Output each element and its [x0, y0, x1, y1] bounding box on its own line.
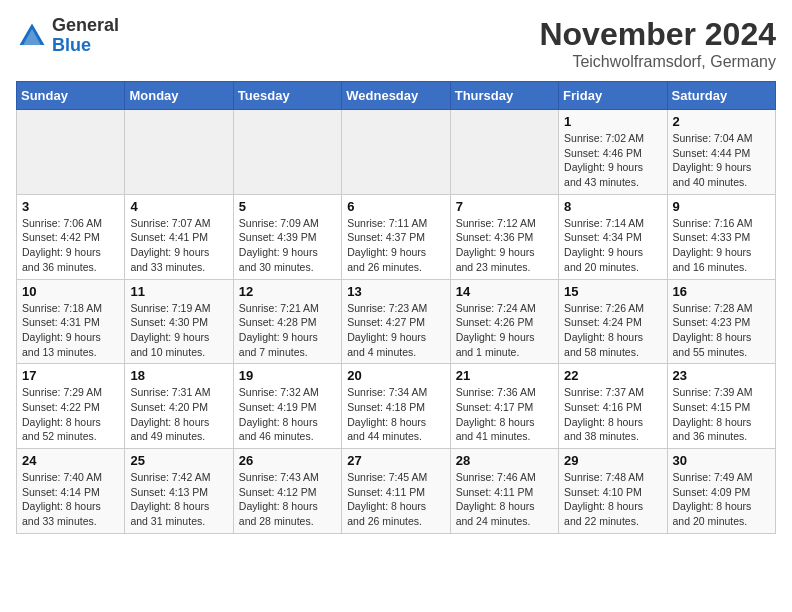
- calendar-cell: 7Sunrise: 7:12 AM Sunset: 4:36 PM Daylig…: [450, 194, 558, 279]
- calendar-week-5: 24Sunrise: 7:40 AM Sunset: 4:14 PM Dayli…: [17, 449, 776, 534]
- day-number: 14: [456, 284, 553, 299]
- calendar-cell: 20Sunrise: 7:34 AM Sunset: 4:18 PM Dayli…: [342, 364, 450, 449]
- calendar-cell: 9Sunrise: 7:16 AM Sunset: 4:33 PM Daylig…: [667, 194, 775, 279]
- calendar-cell: 19Sunrise: 7:32 AM Sunset: 4:19 PM Dayli…: [233, 364, 341, 449]
- calendar-week-3: 10Sunrise: 7:18 AM Sunset: 4:31 PM Dayli…: [17, 279, 776, 364]
- day-info: Sunrise: 7:11 AM Sunset: 4:37 PM Dayligh…: [347, 216, 444, 275]
- day-number: 11: [130, 284, 227, 299]
- day-number: 2: [673, 114, 770, 129]
- day-number: 19: [239, 368, 336, 383]
- day-info: Sunrise: 7:07 AM Sunset: 4:41 PM Dayligh…: [130, 216, 227, 275]
- calendar-cell: [450, 110, 558, 195]
- calendar-cell: 29Sunrise: 7:48 AM Sunset: 4:10 PM Dayli…: [559, 449, 667, 534]
- logo-text: General Blue: [52, 16, 119, 56]
- day-number: 17: [22, 368, 119, 383]
- title-area: November 2024 Teichwolframsdorf, Germany: [539, 16, 776, 71]
- day-number: 15: [564, 284, 661, 299]
- day-number: 9: [673, 199, 770, 214]
- day-info: Sunrise: 7:02 AM Sunset: 4:46 PM Dayligh…: [564, 131, 661, 190]
- logo-icon: [16, 20, 48, 52]
- day-info: Sunrise: 7:39 AM Sunset: 4:15 PM Dayligh…: [673, 385, 770, 444]
- day-number: 4: [130, 199, 227, 214]
- calendar-cell: 27Sunrise: 7:45 AM Sunset: 4:11 PM Dayli…: [342, 449, 450, 534]
- day-number: 5: [239, 199, 336, 214]
- day-number: 30: [673, 453, 770, 468]
- day-info: Sunrise: 7:18 AM Sunset: 4:31 PM Dayligh…: [22, 301, 119, 360]
- day-info: Sunrise: 7:16 AM Sunset: 4:33 PM Dayligh…: [673, 216, 770, 275]
- day-info: Sunrise: 7:42 AM Sunset: 4:13 PM Dayligh…: [130, 470, 227, 529]
- day-info: Sunrise: 7:45 AM Sunset: 4:11 PM Dayligh…: [347, 470, 444, 529]
- day-number: 13: [347, 284, 444, 299]
- day-info: Sunrise: 7:34 AM Sunset: 4:18 PM Dayligh…: [347, 385, 444, 444]
- day-info: Sunrise: 7:14 AM Sunset: 4:34 PM Dayligh…: [564, 216, 661, 275]
- month-title: November 2024: [539, 16, 776, 53]
- calendar-cell: 13Sunrise: 7:23 AM Sunset: 4:27 PM Dayli…: [342, 279, 450, 364]
- calendar-cell: 12Sunrise: 7:21 AM Sunset: 4:28 PM Dayli…: [233, 279, 341, 364]
- calendar-cell: 1Sunrise: 7:02 AM Sunset: 4:46 PM Daylig…: [559, 110, 667, 195]
- day-info: Sunrise: 7:31 AM Sunset: 4:20 PM Dayligh…: [130, 385, 227, 444]
- day-number: 20: [347, 368, 444, 383]
- calendar-cell: 23Sunrise: 7:39 AM Sunset: 4:15 PM Dayli…: [667, 364, 775, 449]
- calendar-week-2: 3Sunrise: 7:06 AM Sunset: 4:42 PM Daylig…: [17, 194, 776, 279]
- calendar-cell: 5Sunrise: 7:09 AM Sunset: 4:39 PM Daylig…: [233, 194, 341, 279]
- logo: General Blue: [16, 16, 119, 56]
- weekday-header-wednesday: Wednesday: [342, 82, 450, 110]
- day-info: Sunrise: 7:21 AM Sunset: 4:28 PM Dayligh…: [239, 301, 336, 360]
- day-info: Sunrise: 7:49 AM Sunset: 4:09 PM Dayligh…: [673, 470, 770, 529]
- weekday-header-friday: Friday: [559, 82, 667, 110]
- calendar-cell: 22Sunrise: 7:37 AM Sunset: 4:16 PM Dayli…: [559, 364, 667, 449]
- calendar-cell: 15Sunrise: 7:26 AM Sunset: 4:24 PM Dayli…: [559, 279, 667, 364]
- day-info: Sunrise: 7:36 AM Sunset: 4:17 PM Dayligh…: [456, 385, 553, 444]
- day-number: 26: [239, 453, 336, 468]
- calendar-cell: 3Sunrise: 7:06 AM Sunset: 4:42 PM Daylig…: [17, 194, 125, 279]
- day-number: 24: [22, 453, 119, 468]
- day-info: Sunrise: 7:48 AM Sunset: 4:10 PM Dayligh…: [564, 470, 661, 529]
- day-info: Sunrise: 7:24 AM Sunset: 4:26 PM Dayligh…: [456, 301, 553, 360]
- day-number: 28: [456, 453, 553, 468]
- day-info: Sunrise: 7:04 AM Sunset: 4:44 PM Dayligh…: [673, 131, 770, 190]
- day-info: Sunrise: 7:28 AM Sunset: 4:23 PM Dayligh…: [673, 301, 770, 360]
- calendar: SundayMondayTuesdayWednesdayThursdayFrid…: [16, 81, 776, 534]
- calendar-cell: 4Sunrise: 7:07 AM Sunset: 4:41 PM Daylig…: [125, 194, 233, 279]
- calendar-cell: 18Sunrise: 7:31 AM Sunset: 4:20 PM Dayli…: [125, 364, 233, 449]
- calendar-cell: 6Sunrise: 7:11 AM Sunset: 4:37 PM Daylig…: [342, 194, 450, 279]
- location-title: Teichwolframsdorf, Germany: [539, 53, 776, 71]
- calendar-cell: 21Sunrise: 7:36 AM Sunset: 4:17 PM Dayli…: [450, 364, 558, 449]
- day-number: 10: [22, 284, 119, 299]
- day-info: Sunrise: 7:12 AM Sunset: 4:36 PM Dayligh…: [456, 216, 553, 275]
- day-number: 23: [673, 368, 770, 383]
- calendar-cell: [125, 110, 233, 195]
- calendar-cell: [233, 110, 341, 195]
- day-number: 22: [564, 368, 661, 383]
- calendar-cell: 17Sunrise: 7:29 AM Sunset: 4:22 PM Dayli…: [17, 364, 125, 449]
- day-number: 1: [564, 114, 661, 129]
- day-number: 6: [347, 199, 444, 214]
- calendar-week-1: 1Sunrise: 7:02 AM Sunset: 4:46 PM Daylig…: [17, 110, 776, 195]
- day-info: Sunrise: 7:23 AM Sunset: 4:27 PM Dayligh…: [347, 301, 444, 360]
- weekday-header-saturday: Saturday: [667, 82, 775, 110]
- calendar-cell: 10Sunrise: 7:18 AM Sunset: 4:31 PM Dayli…: [17, 279, 125, 364]
- weekday-header-row: SundayMondayTuesdayWednesdayThursdayFrid…: [17, 82, 776, 110]
- day-number: 12: [239, 284, 336, 299]
- day-info: Sunrise: 7:37 AM Sunset: 4:16 PM Dayligh…: [564, 385, 661, 444]
- day-number: 21: [456, 368, 553, 383]
- weekday-header-thursday: Thursday: [450, 82, 558, 110]
- day-info: Sunrise: 7:09 AM Sunset: 4:39 PM Dayligh…: [239, 216, 336, 275]
- day-number: 7: [456, 199, 553, 214]
- logo-general: General: [52, 15, 119, 35]
- day-number: 3: [22, 199, 119, 214]
- calendar-cell: [342, 110, 450, 195]
- calendar-cell: [17, 110, 125, 195]
- weekday-header-tuesday: Tuesday: [233, 82, 341, 110]
- weekday-header-sunday: Sunday: [17, 82, 125, 110]
- day-info: Sunrise: 7:06 AM Sunset: 4:42 PM Dayligh…: [22, 216, 119, 275]
- day-info: Sunrise: 7:43 AM Sunset: 4:12 PM Dayligh…: [239, 470, 336, 529]
- day-info: Sunrise: 7:32 AM Sunset: 4:19 PM Dayligh…: [239, 385, 336, 444]
- logo-blue: Blue: [52, 35, 91, 55]
- weekday-header-monday: Monday: [125, 82, 233, 110]
- day-info: Sunrise: 7:29 AM Sunset: 4:22 PM Dayligh…: [22, 385, 119, 444]
- calendar-body: 1Sunrise: 7:02 AM Sunset: 4:46 PM Daylig…: [17, 110, 776, 534]
- calendar-week-4: 17Sunrise: 7:29 AM Sunset: 4:22 PM Dayli…: [17, 364, 776, 449]
- day-info: Sunrise: 7:26 AM Sunset: 4:24 PM Dayligh…: [564, 301, 661, 360]
- day-number: 25: [130, 453, 227, 468]
